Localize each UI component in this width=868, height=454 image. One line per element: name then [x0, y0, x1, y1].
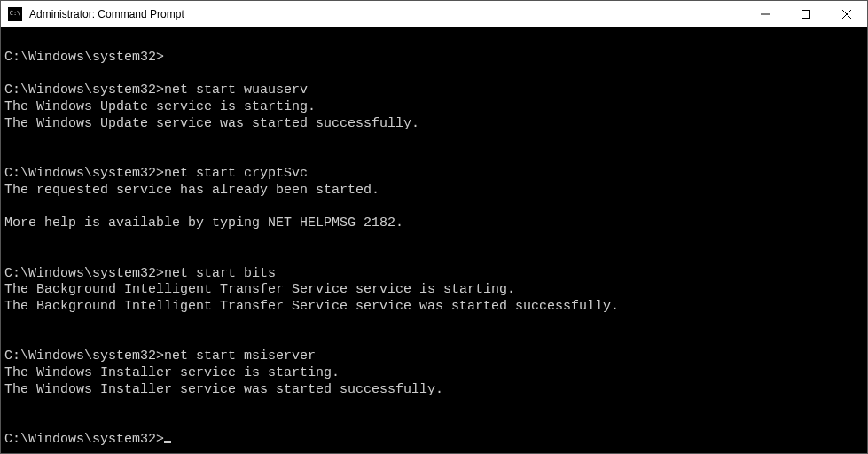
close-button[interactable] — [826, 1, 867, 27]
maximize-icon — [802, 10, 810, 19]
terminal-line: C:\Windows\system32>net start bits — [4, 266, 864, 283]
terminal-line: C:\Windows\system32>net start wuauserv — [4, 82, 864, 99]
window-title: Administrator: Command Prompt — [27, 8, 745, 20]
terminal-line — [4, 333, 864, 349]
terminal-line — [4, 249, 864, 266]
minimize-icon — [761, 10, 770, 19]
terminal-line — [4, 415, 864, 432]
terminal-line — [4, 316, 864, 333]
terminal-line: C:\Windows\system32>net start msiserver — [4, 348, 864, 365]
terminal-line: The Background Intelligent Transfer Serv… — [4, 282, 864, 299]
terminal-line — [4, 133, 864, 150]
terminal-line — [4, 67, 864, 83]
title-bar[interactable]: Administrator: Command Prompt — [1, 1, 867, 27]
cursor — [164, 441, 171, 443]
terminal-line — [4, 200, 864, 216]
terminal-line: C:\Windows\system32>net start cryptSvc — [4, 166, 864, 183]
terminal-line: The Background Intelligent Transfer Serv… — [4, 299, 864, 316]
terminal-output[interactable]: C:\Windows\system32>C:\Windows\system32>… — [1, 27, 867, 453]
terminal-line: The Windows Update service is starting. — [4, 99, 864, 116]
terminal-line: C:\Windows\system32> — [4, 50, 864, 67]
terminal-line — [4, 33, 864, 50]
terminal-line — [4, 149, 864, 166]
terminal-line: The Windows Installer service is startin… — [4, 365, 864, 382]
terminal-line — [4, 399, 864, 416]
minimize-button[interactable] — [745, 1, 786, 27]
terminal-line: The Windows Update service was started s… — [4, 116, 864, 133]
terminal-line: The Windows Installer service was starte… — [4, 382, 864, 399]
window-controls — [745, 1, 867, 27]
terminal-line: More help is available by typing NET HEL… — [4, 215, 864, 232]
svg-rect-1 — [802, 10, 810, 18]
cmd-icon — [8, 7, 22, 21]
terminal-line: C:\Windows\system32> — [4, 432, 864, 449]
maximize-button[interactable] — [786, 1, 826, 27]
close-icon — [842, 10, 851, 19]
terminal-line: The requested service has already been s… — [4, 183, 864, 200]
terminal-line — [4, 232, 864, 249]
